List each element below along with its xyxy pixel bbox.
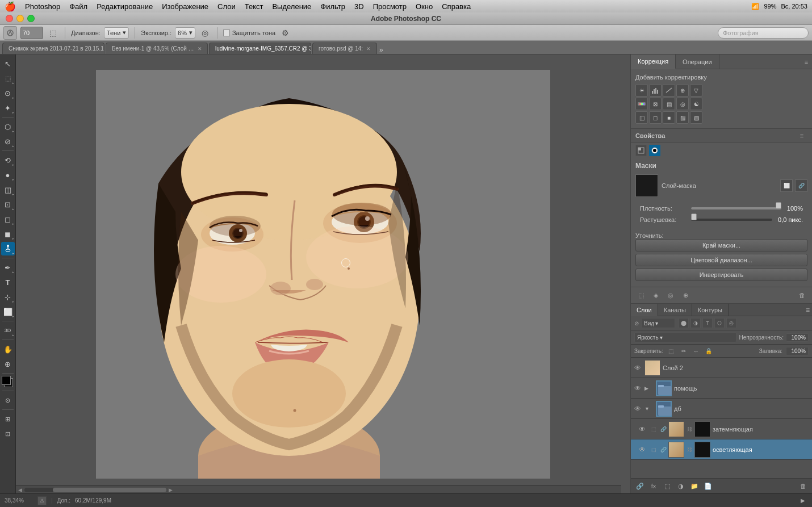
scroll-track-h[interactable] [24, 488, 166, 492]
correction-tab[interactable]: Коррекция [631, 55, 676, 69]
minimize-button[interactable] [16, 15, 24, 22]
screen-mode-btn[interactable]: ⊞ [1, 412, 15, 426]
menu-image[interactable]: Изображение [162, 2, 208, 11]
layer-vis-pomosh[interactable]: 👁 [633, 384, 642, 393]
new-group-btn[interactable]: 📁 [689, 480, 700, 492]
menu-window[interactable]: Окно [416, 2, 433, 11]
layer-vis-sloy2[interactable]: 👁 [633, 363, 642, 372]
levels-icon[interactable] [649, 84, 662, 97]
menu-photoshop[interactable]: Photoshop [25, 2, 60, 11]
props-collapse-btn[interactable]: ≡ [796, 132, 807, 139]
range-dropdown[interactable]: Тени ▾ [104, 27, 129, 39]
menu-edit[interactable]: Редактирование [97, 2, 153, 11]
crop-tool-btn[interactable]: ⬡ [1, 120, 15, 133]
gradient-tool-btn[interactable]: ◼ [1, 227, 15, 241]
invert-icon[interactable]: ◻ [649, 111, 662, 124]
path-selection-btn[interactable]: ⊹ [1, 290, 15, 304]
artboard-btn[interactable]: ⊡ [1, 427, 15, 441]
opacity-value[interactable]: 100% [786, 333, 809, 342]
density-slider[interactable] [691, 204, 781, 212]
more-tabs-btn[interactable]: » [379, 46, 383, 54]
delete-mask-icon[interactable]: 🗑 [796, 290, 807, 301]
threshold-icon[interactable]: ▨ [676, 111, 689, 124]
lock-position-btn[interactable]: ↔ [692, 346, 701, 355]
brush-tool-btn[interactable]: ● [1, 168, 15, 182]
airbrush-btn[interactable]: ◎ [199, 27, 211, 39]
layers-collapse-btn[interactable]: ≡ [806, 306, 810, 314]
folder-expand-pomosh[interactable]: ▶ [644, 384, 654, 393]
menu-file[interactable]: Файл [69, 2, 87, 11]
scroll-thumb-h[interactable] [53, 488, 166, 492]
extra-options-btn[interactable]: ⚙ [279, 27, 291, 39]
channels-tab[interactable]: Каналы [658, 304, 692, 316]
new-fill-btn[interactable]: ◑ [675, 480, 687, 492]
add-vector-mask-icon[interactable]: ◈ [650, 290, 662, 301]
tool-preset-picker[interactable] [3, 26, 17, 40]
dodge-tool-btn[interactable]: ▸ [1, 242, 15, 255]
tab-3[interactable]: готово.psd @ 14: ✕ [312, 43, 377, 54]
lock-transparent-btn[interactable]: ⬚ [667, 346, 676, 355]
feather-thumb[interactable] [691, 213, 697, 220]
color-range-btn[interactable]: Цветовой диапазон... [635, 254, 807, 266]
maximize-button[interactable] [27, 15, 35, 22]
channel-mixer-icon[interactable]: ☯ [690, 98, 702, 110]
layer-dark[interactable]: 👁 ⬚ 🔗 ⛓ затемняющая [631, 419, 812, 439]
menu-filter[interactable]: Фильтр [320, 2, 345, 11]
lock-all-btn[interactable]: 🔒 [704, 346, 713, 355]
add-to-selection-icon[interactable]: ◎ [665, 290, 676, 301]
color-lookup-icon[interactable]: ◫ [635, 111, 648, 124]
props-layer-icon[interactable] [635, 145, 647, 156]
pen-tool-btn[interactable]: ✒ [1, 261, 15, 274]
filter-pixel-btn[interactable]: ⬤ [679, 318, 689, 328]
tab-close-3[interactable]: ✕ [366, 46, 371, 52]
canvas-area[interactable]: ◀ ▶ [16, 55, 630, 493]
filter-type-dropdown[interactable]: Вид ▾ [641, 318, 675, 328]
layer-vis-db[interactable]: 👁 [633, 404, 642, 413]
menu-layers[interactable]: Слои [217, 2, 236, 11]
exposure-icon[interactable]: ⊕ [676, 84, 689, 97]
hand-tool-btn[interactable]: ✋ [1, 342, 15, 356]
folder-expand-db[interactable]: ▼ [644, 404, 654, 413]
tab-0[interactable]: Снимок экрана 2013-07-21 в 20.15.18.png … [2, 43, 104, 54]
density-thumb[interactable] [776, 202, 781, 209]
protect-tones-checkbox[interactable] [223, 30, 230, 36]
search-input[interactable]: Фотография [718, 27, 809, 39]
quick-mask-btn[interactable]: ⊙ [1, 393, 15, 407]
fill-value[interactable]: 100% [786, 347, 809, 355]
3d-tool-btn[interactable]: 3D [1, 324, 15, 337]
curves-icon[interactable] [663, 84, 675, 97]
menu-3d[interactable]: 3D [354, 2, 364, 11]
fg-bg-color-btn[interactable] [2, 376, 14, 388]
refine-edge-btn[interactable]: Край маски... [635, 239, 807, 252]
tab-2[interactable]: ludivine-morgane-IMG_6357.CR2 @ 38,3% (о… [209, 43, 311, 54]
bw-icon[interactable]: ▤ [663, 98, 675, 110]
delete-layer-btn[interactable]: 🗑 [797, 480, 809, 492]
filter-type-btn[interactable]: T [702, 318, 713, 328]
contours-tab[interactable]: Контуры [692, 304, 729, 316]
filter-vector-btn[interactable]: ⬡ [714, 318, 725, 328]
layer-vis-light[interactable]: 👁 [638, 445, 647, 454]
layer-pomosh[interactable]: 👁 ▶ помощь [631, 378, 812, 399]
clone-stamp-btn[interactable]: ◫ [1, 183, 15, 196]
marquee-tool-btn[interactable]: ⬚ [1, 72, 15, 85]
canvas-scrollbar-h[interactable]: ◀ ▶ [16, 485, 621, 493]
invert-mask-btn[interactable]: Инвертировать [635, 269, 807, 281]
feather-slider[interactable] [691, 216, 772, 224]
add-mask-btn[interactable]: ⬜ [780, 179, 793, 192]
menu-text[interactable]: Текст [245, 2, 263, 11]
gradient-map-icon[interactable]: ▧ [690, 111, 702, 124]
brush-size-display[interactable]: 70 [20, 27, 43, 39]
layer-light[interactable]: 👁 ⬚ 🔗 ⛓ осветляющая [631, 439, 812, 460]
eraser-tool-btn[interactable]: ◻ [1, 212, 15, 226]
close-button[interactable] [6, 15, 13, 22]
vibrance-icon[interactable]: ▽ [690, 84, 702, 97]
subtract-from-selection-icon[interactable]: ⊕ [680, 290, 691, 301]
photo-filter-icon[interactable]: ◎ [676, 98, 689, 110]
brush-options-btn[interactable]: ⬚ [47, 27, 59, 39]
menu-view[interactable]: Просмотр [373, 2, 407, 11]
correction-panel-collapse[interactable]: ≡ [801, 55, 812, 69]
hsl-icon[interactable] [635, 98, 648, 110]
move-tool-btn[interactable]: ↖ [1, 57, 15, 70]
apple-menu[interactable]: 🍎 [5, 1, 16, 12]
exposure-dropdown[interactable]: 6% ▾ [175, 27, 195, 39]
